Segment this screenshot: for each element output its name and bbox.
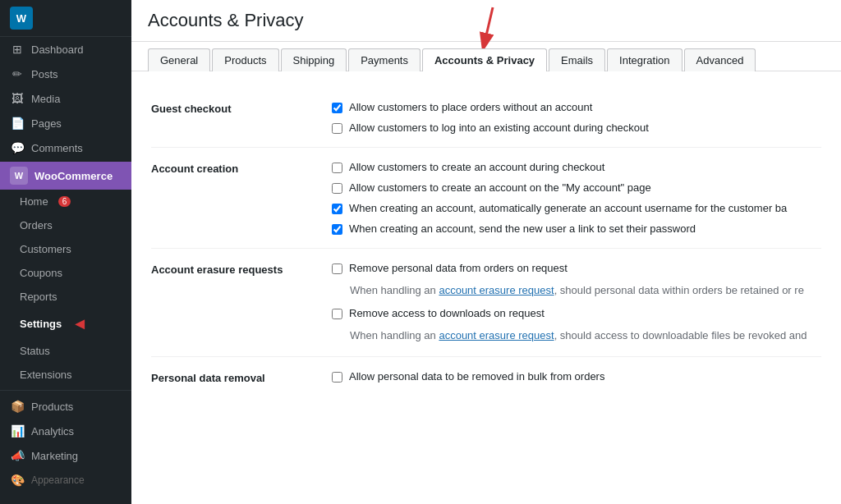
analytics-icon: 📊 — [10, 424, 25, 438]
main-content: Accounts & Privacy General Products Ship… — [131, 0, 841, 504]
posts-icon: ✏ — [10, 67, 25, 80]
bulk-remove-row[interactable]: Allow personal data to be removed in bul… — [332, 370, 821, 383]
account-creation-label: Account creation — [151, 161, 332, 235]
account-creation-controls: Allow customers to create an account dur… — [332, 161, 821, 235]
personal-data-removal-row: Personal data removal Allow personal dat… — [151, 356, 821, 397]
allow-login-during-checkout-text: Allow customers to log into an existing … — [349, 121, 649, 134]
create-account-checkout-row[interactable]: Allow customers to create an account dur… — [332, 161, 821, 173]
send-password-link-checkbox[interactable] — [332, 224, 342, 235]
remove-downloads-checkbox[interactable] — [332, 309, 342, 319]
allow-orders-without-account-text: Allow customers to place orders without … — [349, 101, 592, 113]
account-creation-row: Account creation Allow customers to crea… — [151, 147, 821, 248]
woocommerce-label: WooCommerce — [34, 170, 113, 182]
sidebar-item-appearance[interactable]: 🎨 Appearance — [0, 468, 131, 493]
tab-shipping[interactable]: Shipping — [281, 48, 347, 71]
account-erasure-label: Account erasure requests — [151, 262, 332, 343]
tab-accounts-privacy[interactable]: Accounts & Privacy — [422, 48, 547, 71]
allow-login-during-checkout-row[interactable]: Allow customers to log into an existing … — [332, 121, 821, 134]
tab-integration[interactable]: Integration — [607, 48, 682, 71]
allow-orders-without-account-row[interactable]: Allow customers to place orders without … — [332, 101, 821, 113]
bulk-remove-checkbox[interactable] — [332, 372, 342, 383]
analytics-label: Analytics — [31, 425, 74, 438]
sidebar-item-analytics[interactable]: 📊 Analytics — [0, 419, 131, 443]
coupons-label: Coupons — [20, 267, 62, 279]
reports-label: Reports — [20, 291, 57, 303]
tabs-bar: General Products Shipping Payments Accou… — [131, 42, 841, 71]
customers-label: Customers — [20, 243, 71, 255]
remove-personal-data-text: Remove personal data from orders on requ… — [349, 262, 568, 274]
account-erasure-row: Account erasure requests Remove personal… — [151, 248, 821, 356]
woocommerce-section[interactable]: W WooCommerce — [0, 162, 131, 190]
sidebar-item-settings[interactable]: Settings ◄ — [0, 309, 131, 339]
auto-generate-username-row[interactable]: When creating an account, automatically … — [332, 202, 821, 214]
sidebar-item-dashboard[interactable]: ⊞ Dashboard — [0, 37, 131, 62]
sidebar-item-label: Media — [31, 93, 60, 105]
status-label: Status — [20, 345, 50, 357]
sidebar-item-reports[interactable]: Reports — [0, 285, 131, 309]
auto-generate-username-checkbox[interactable] — [332, 204, 342, 214]
sidebar: W ⊞ Dashboard ✏ Posts 🖼 Media 📄 Pages 💬 … — [0, 0, 131, 504]
sidebar-item-label: Comments — [31, 142, 83, 154]
sidebar-item-orders[interactable]: Orders — [0, 213, 131, 237]
sidebar-item-media[interactable]: 🖼 Media — [0, 86, 131, 111]
send-password-link-text: When creating an account, send the new u… — [349, 222, 696, 235]
guest-checkout-controls: Allow customers to place orders without … — [332, 101, 821, 134]
sidebar-logo: W — [0, 0, 131, 37]
personal-data-removal-controls: Allow personal data to be removed in bul… — [332, 370, 821, 384]
create-account-my-account-text: Allow customers to create an account on … — [349, 181, 651, 194]
marketing-label: Marketing — [31, 450, 78, 462]
sidebar-item-customers[interactable]: Customers — [0, 237, 131, 261]
orders-label: Orders — [20, 219, 53, 231]
allow-login-during-checkout-checkbox[interactable] — [332, 123, 342, 134]
tab-products[interactable]: Products — [212, 48, 278, 71]
sidebar-item-comments[interactable]: 💬 Comments — [0, 135, 131, 160]
erasure-link-2[interactable]: account erasure request — [439, 329, 554, 341]
remove-personal-data-row[interactable]: Remove personal data from orders on requ… — [332, 262, 821, 274]
woocommerce-icon: W — [10, 167, 28, 185]
guest-checkout-row: Guest checkout Allow customers to place … — [151, 88, 821, 147]
appearance-icon: 🎨 — [10, 474, 25, 487]
create-account-checkout-text: Allow customers to create an account dur… — [349, 161, 604, 173]
sidebar-item-posts[interactable]: ✏ Posts — [0, 62, 131, 86]
tab-advanced[interactable]: Advanced — [684, 48, 756, 71]
sidebar-item-extensions[interactable]: Extensions — [0, 363, 131, 387]
appearance-label: Appearance — [31, 474, 85, 486]
account-erasure-controls: Remove personal data from orders on requ… — [332, 262, 821, 343]
products-label: Products — [31, 401, 73, 413]
sidebar-item-pages[interactable]: 📄 Pages — [0, 111, 131, 135]
create-account-my-account-checkbox[interactable] — [332, 183, 342, 194]
remove-downloads-row[interactable]: Remove access to downloads on request — [332, 307, 821, 319]
personal-data-removal-label: Personal data removal — [151, 370, 332, 384]
auto-generate-username-text: When creating an account, automatically … — [349, 202, 787, 214]
extensions-label: Extensions — [20, 369, 72, 381]
bulk-remove-text: Allow personal data to be removed in bul… — [349, 370, 604, 383]
pages-icon: 📄 — [10, 117, 25, 130]
settings-label: Settings — [20, 318, 62, 330]
tab-general[interactable]: General — [148, 48, 210, 71]
topbar: Accounts & Privacy — [131, 0, 841, 42]
remove-personal-data-checkbox[interactable] — [332, 263, 342, 274]
sidebar-item-home[interactable]: Home 6 — [0, 190, 131, 213]
sidebar-item-products[interactable]: 📦 Products — [0, 394, 131, 419]
sidebar-item-marketing[interactable]: 📣 Marketing — [0, 443, 131, 468]
home-badge: 6 — [58, 196, 71, 207]
send-password-link-row[interactable]: When creating an account, send the new u… — [332, 222, 821, 235]
erasure-link-1[interactable]: account erasure request — [439, 284, 554, 296]
sidebar-item-label: Pages — [31, 117, 62, 130]
tab-emails[interactable]: Emails — [549, 48, 605, 71]
create-account-checkout-checkbox[interactable] — [332, 163, 342, 173]
marketing-icon: 📣 — [10, 449, 25, 462]
settings-content: Guest checkout Allow customers to place … — [131, 71, 841, 504]
sidebar-item-status[interactable]: Status — [0, 339, 131, 363]
dashboard-icon: ⊞ — [10, 43, 25, 56]
home-label: Home — [20, 195, 48, 208]
products-icon: 📦 — [10, 400, 25, 413]
allow-orders-without-account-checkbox[interactable] — [332, 103, 342, 113]
tab-payments[interactable]: Payments — [348, 48, 420, 71]
wordpress-icon: W — [10, 7, 33, 30]
page-title: Accounts & Privacy — [148, 10, 825, 31]
sidebar-item-coupons[interactable]: Coupons — [0, 261, 131, 285]
settings-arrow-icon: ◄ — [71, 314, 88, 333]
remove-personal-data-hint: When handling an account erasure request… — [350, 282, 821, 299]
create-account-my-account-row[interactable]: Allow customers to create an account on … — [332, 181, 821, 194]
